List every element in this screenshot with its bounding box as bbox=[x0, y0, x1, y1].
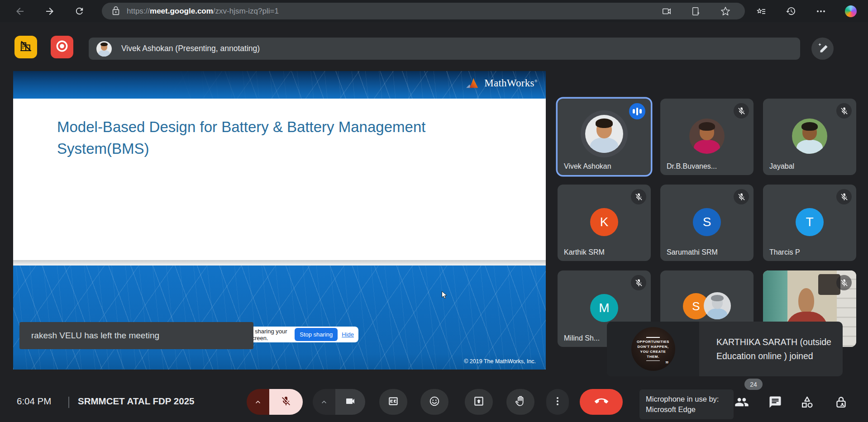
mouse-cursor bbox=[441, 291, 448, 301]
favorites-list-icon[interactable] bbox=[755, 5, 767, 17]
copilot-icon[interactable] bbox=[844, 5, 857, 17]
record-icon bbox=[55, 39, 69, 55]
letter-avatar: K bbox=[590, 208, 618, 236]
slide-title: Model-Based Design for Battery & Battery… bbox=[57, 116, 512, 160]
pen-sparkle-icon bbox=[817, 42, 829, 56]
participant-tile-karthik-srm[interactable]: KKarthik SRM bbox=[558, 185, 651, 261]
participant-name: Tharcis P bbox=[769, 248, 800, 256]
mic-muted-icon bbox=[734, 189, 749, 204]
participant-name: Dr.B.Buvanes... bbox=[667, 162, 717, 171]
mathworks-mark-icon bbox=[466, 77, 480, 90]
mic-muted-icon bbox=[631, 275, 646, 290]
avatar-photo bbox=[704, 292, 731, 319]
mic-muted-icon bbox=[281, 396, 291, 408]
annotate-button[interactable] bbox=[811, 38, 834, 60]
back-icon[interactable] bbox=[14, 5, 26, 17]
mic-in-use-tooltip: Microphone in use by: Microsoft Edge bbox=[639, 389, 734, 419]
stop-sharing-button[interactable]: Stop sharing bbox=[295, 328, 338, 341]
share-message: is sharing your screen. bbox=[249, 328, 291, 341]
participant-name: Milind Sh... bbox=[564, 334, 600, 342]
record-button[interactable] bbox=[51, 36, 73, 58]
join-notification-text: KARTHIKA SARATH (outside Education onlin… bbox=[716, 335, 843, 363]
mic-mute-button[interactable] bbox=[269, 389, 303, 415]
letter-avatar: M bbox=[590, 294, 618, 322]
avatar-photo bbox=[689, 119, 725, 154]
slide-footer-band: © 2019 The MathWorks, Inc. bbox=[13, 266, 546, 370]
people-icon bbox=[734, 395, 749, 409]
captions-button[interactable] bbox=[379, 389, 407, 415]
participant-name: Sarumathi SRM bbox=[667, 248, 718, 256]
host-controls-button[interactable] bbox=[834, 395, 848, 409]
chat-icon bbox=[768, 395, 782, 409]
camera-options-chevron[interactable] bbox=[313, 389, 335, 415]
meeting-name: SRMMCET ATAL FDP 2025 bbox=[78, 396, 194, 407]
meet-window: https://meet.google.com/zxv-hjsm-izq?pli… bbox=[0, 0, 868, 422]
mic-options-chevron[interactable] bbox=[247, 389, 269, 415]
refresh-icon[interactable] bbox=[73, 5, 86, 17]
join-notification-thumb: OPPORTUNITIES DON'T HAPPEN, YOU CREATE T… bbox=[607, 322, 699, 376]
tab-camera-indicator-icon[interactable] bbox=[661, 5, 672, 17]
participant-name: Vivek Ashokan bbox=[564, 162, 611, 171]
people-panel-button[interactable] bbox=[734, 395, 749, 409]
audio-level-icon bbox=[629, 103, 645, 119]
clock-text: 6:04 PM bbox=[17, 396, 51, 407]
presenter-bar[interactable]: Vivek Ashokan (Presenting, annotating) bbox=[89, 38, 800, 60]
participant-name: Karthik SRM bbox=[564, 248, 605, 256]
mic-muted-icon bbox=[836, 275, 852, 290]
camera-button-group bbox=[313, 389, 365, 415]
letter-avatar: T bbox=[796, 208, 824, 236]
smiley-icon bbox=[429, 395, 440, 409]
host-lock-icon bbox=[834, 395, 848, 409]
domain-disabled-icon bbox=[19, 39, 33, 55]
participant-tile-tharcis-p[interactable]: TTharcis P bbox=[763, 185, 856, 261]
forward-icon[interactable] bbox=[43, 5, 56, 17]
slide-copyright: © 2019 The MathWorks, Inc. bbox=[464, 358, 536, 365]
participant-tile-vivek-ashokan[interactable]: Vivek Ashokan bbox=[558, 99, 651, 175]
slide-divider bbox=[13, 260, 546, 266]
mathworks-logo: MathWorks® bbox=[466, 77, 538, 90]
avatar-photo bbox=[792, 119, 827, 154]
address-bar[interactable]: https://meet.google.com/zxv-hjsm-izq?pli… bbox=[102, 3, 745, 19]
menu-ellipsis-icon[interactable] bbox=[815, 5, 827, 17]
participant-tile-sarumathi-srm[interactable]: SSarumathi SRM bbox=[660, 185, 754, 261]
chat-panel-button[interactable] bbox=[768, 395, 782, 409]
reactions-button[interactable] bbox=[420, 389, 448, 415]
slide-header-band: MathWorks® bbox=[13, 71, 546, 99]
bottom-divider bbox=[68, 397, 69, 408]
participant-tile-dr-b-buvanes[interactable]: Dr.B.Buvanes... bbox=[660, 99, 754, 175]
camera-icon bbox=[345, 396, 356, 408]
more-vertical-icon bbox=[552, 396, 563, 408]
activities-icon bbox=[800, 395, 814, 409]
mic-muted-icon bbox=[836, 189, 852, 204]
present-button[interactable] bbox=[465, 389, 493, 415]
page-sparkle-icon[interactable] bbox=[690, 5, 702, 17]
leave-toast: rakesh VELU has left the meeting bbox=[19, 322, 253, 349]
participant-name: Jayabal bbox=[769, 162, 794, 171]
participant-grid: Vivek AshokanDr.B.Buvanes...JayabalKKart… bbox=[558, 99, 856, 347]
bookmark-star-icon[interactable] bbox=[720, 5, 731, 17]
url-text: https://meet.google.com/zxv-hjsm-izq?pli… bbox=[127, 3, 279, 19]
leave-call-button[interactable] bbox=[580, 389, 623, 415]
camera-button[interactable] bbox=[335, 389, 365, 415]
present-icon bbox=[473, 395, 485, 409]
mic-muted-icon bbox=[734, 103, 749, 119]
history-icon[interactable] bbox=[785, 5, 797, 17]
stacked-avatars: S bbox=[683, 292, 731, 319]
hide-link[interactable]: Hide bbox=[342, 331, 354, 338]
call-end-icon bbox=[595, 394, 608, 410]
avatar-ring bbox=[581, 110, 628, 157]
participant-tile-jayabal[interactable]: Jayabal bbox=[763, 99, 856, 175]
more-options-button[interactable] bbox=[546, 389, 569, 415]
mic-muted-icon bbox=[836, 103, 852, 119]
mic-muted-icon bbox=[631, 189, 646, 204]
joiner-avatar: OPPORTUNITIES DON'T HAPPEN, YOU CREATE T… bbox=[631, 327, 675, 371]
letter-avatar: S bbox=[693, 208, 721, 236]
screen-share-bar: is sharing your screen. Stop sharing Hid… bbox=[244, 327, 358, 342]
mic-button-group bbox=[247, 389, 303, 415]
avatar-photo bbox=[585, 115, 623, 153]
presenter-avatar bbox=[96, 41, 112, 57]
join-notification: OPPORTUNITIES DON'T HAPPEN, YOU CREATE T… bbox=[607, 322, 843, 376]
activities-panel-button[interactable] bbox=[800, 395, 814, 409]
companion-disabled-button[interactable] bbox=[14, 36, 37, 58]
raise-hand-button[interactable] bbox=[506, 389, 534, 415]
